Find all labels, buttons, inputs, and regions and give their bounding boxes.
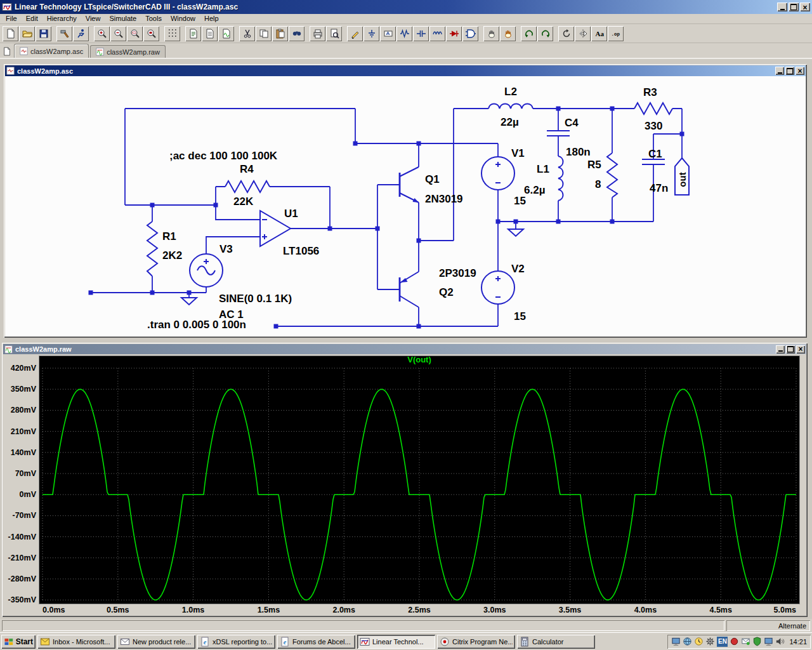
x-axis-label[interactable]: 4.0ms	[625, 606, 665, 614]
maximize-button[interactable]	[789, 3, 799, 11]
label-Q1-name[interactable]: Q1	[425, 173, 440, 185]
title-bar[interactable]: Linear Technology LTspice/SwitcherCAD II…	[0, 0, 812, 14]
tray-volume-icon[interactable]	[775, 637, 785, 646]
paste-button[interactable]	[272, 26, 288, 41]
menu-edit[interactable]: Edit	[22, 14, 43, 23]
taskbar-task-2[interactable]: New product rele...	[117, 635, 195, 649]
place-diode-button[interactable]	[446, 26, 462, 41]
label-V1-name[interactable]: V1	[511, 147, 525, 159]
open-button[interactable]	[19, 26, 35, 41]
taskbar-task-3[interactable]: exDSL reporting to...	[197, 635, 275, 649]
label-R4-value[interactable]: 22K	[233, 196, 254, 208]
place-label-button[interactable]	[380, 26, 396, 41]
label-C4-value[interactable]: 180n	[566, 146, 591, 158]
taskbar-task-5[interactable]: Linear Technol...	[357, 635, 435, 649]
tray-graphics-icon[interactable]	[683, 637, 692, 646]
place-text-button[interactable]: Aa	[591, 26, 607, 41]
label-R1-name[interactable]: R1	[162, 230, 176, 242]
transistor-Q1[interactable]	[400, 167, 419, 202]
print-button[interactable]	[310, 26, 325, 41]
waveform-minimize-button[interactable]	[776, 345, 785, 354]
language-indicator[interactable]: EN	[717, 637, 728, 647]
spice-directive-button[interactable]: .op	[608, 26, 624, 41]
menu-help[interactable]: Help	[200, 14, 223, 23]
plot-settings-button[interactable]	[218, 26, 234, 41]
zoom-out-button[interactable]	[110, 26, 126, 41]
label-C1-value[interactable]: 47n	[650, 182, 668, 194]
tray-update-icon[interactable]	[705, 637, 715, 646]
resistor-R4[interactable]	[225, 181, 270, 192]
tab-classW2amp.asc[interactable]: classW2amp.asc	[14, 44, 89, 58]
schematic-wires[interactable]	[91, 109, 682, 326]
menu-file[interactable]: File	[1, 14, 22, 23]
inductor-L2[interactable]	[488, 104, 533, 109]
control-panel-button[interactable]	[56, 26, 72, 41]
x-axis-label[interactable]: 1.5ms	[249, 606, 288, 614]
label-Q2-value[interactable]: 2P3019	[439, 267, 476, 279]
copy-button[interactable]	[256, 26, 272, 41]
close-button[interactable]	[800, 3, 810, 11]
trace-vout[interactable]	[43, 389, 796, 600]
tray-display-icon[interactable]	[671, 637, 681, 646]
schematic-canvas-area[interactable]: ;ac dec 100 100 100K .tran 0 0.005 0 100…	[5, 76, 806, 336]
label-V3-name[interactable]: V3	[219, 243, 233, 255]
x-axis-label[interactable]: 3.0ms	[475, 606, 514, 614]
schematic-canvas[interactable]: ;ac dec 100 100 100K .tran 0 0.005 0 100…	[5, 76, 806, 336]
y-axis-label[interactable]: 70mV	[4, 468, 36, 479]
label-V2-value[interactable]: 15	[514, 310, 526, 322]
label-C4-name[interactable]: C4	[565, 117, 579, 129]
transistor-Q2[interactable]	[400, 272, 419, 307]
waveform-window-titlebar[interactable]: classW2amp.raw	[3, 344, 806, 354]
place-inductor-button[interactable]	[429, 26, 445, 41]
new-schematic-button[interactable]	[3, 26, 18, 41]
schematic-close-button[interactable]	[796, 67, 804, 75]
waveform-close-button[interactable]	[796, 345, 805, 354]
label-L2-name[interactable]: L2	[504, 86, 517, 98]
y-axis-label[interactable]: -210mV	[4, 553, 36, 563]
y-axis-label[interactable]: 280mV	[4, 405, 36, 415]
y-axis-label[interactable]: -140mV	[4, 532, 36, 542]
menu-tools[interactable]: Tools	[141, 14, 166, 23]
taskbar-task-7[interactable]: Calculator	[517, 635, 595, 649]
tray-messenger-icon[interactable]	[741, 637, 750, 646]
minimize-button[interactable]	[777, 3, 787, 11]
tray-antivirus-icon[interactable]	[752, 637, 762, 646]
label-V1-value[interactable]: 15	[514, 195, 526, 207]
menu-window[interactable]: Window	[166, 14, 200, 23]
resistor-R3[interactable]	[634, 103, 672, 114]
x-axis-label[interactable]: 2.5ms	[400, 606, 439, 614]
start-button[interactable]: Start	[1, 635, 36, 649]
label-R5-value[interactable]: 8	[595, 178, 601, 190]
tray-citrix-icon[interactable]	[730, 637, 739, 646]
voltage-source-V3[interactable]	[190, 254, 223, 287]
label-L1-value[interactable]: 6.2µ	[524, 184, 545, 196]
taskbar-task-6[interactable]: Citrix Program Ne...	[437, 635, 515, 649]
resistor-R1[interactable]	[147, 222, 157, 276]
x-axis-label[interactable]: 2.0ms	[324, 606, 363, 614]
y-axis-label[interactable]: 210mV	[4, 427, 36, 437]
label-U1-value[interactable]: LT1056	[283, 245, 319, 257]
save-button[interactable]	[36, 26, 51, 41]
ground-symbol[interactable]	[508, 229, 523, 236]
label-R5-name[interactable]: R5	[587, 159, 601, 171]
label-U1-name[interactable]: U1	[284, 208, 298, 220]
label-R3-name[interactable]: R3	[643, 86, 657, 98]
menu-simulate[interactable]: Simulate	[105, 14, 141, 23]
label-Q1-value[interactable]: 2N3019	[425, 193, 463, 205]
label-V3-ac[interactable]: AC 1	[219, 308, 244, 321]
x-axis-label[interactable]: 0.5ms	[98, 606, 138, 614]
run-button[interactable]	[73, 26, 89, 41]
y-axis-label[interactable]: -280mV	[4, 574, 36, 584]
zoom-area-button[interactable]	[127, 26, 143, 41]
label-R1-value[interactable]: 2K2	[162, 249, 182, 262]
label-Q2-name[interactable]: Q2	[439, 286, 454, 298]
inductor-L1[interactable]	[558, 156, 563, 201]
label-R3-value[interactable]: 330	[645, 120, 662, 132]
schematic-maximize-button[interactable]	[785, 67, 794, 75]
capacitor-C1[interactable]	[642, 159, 665, 164]
label-out-port[interactable]: out	[677, 172, 688, 187]
y-axis-label[interactable]: 140mV	[4, 448, 36, 458]
menu-view[interactable]: View	[81, 14, 105, 23]
cut-button[interactable]	[239, 26, 255, 41]
schematic-window-titlebar[interactable]: classW2amp.asc	[5, 65, 806, 76]
